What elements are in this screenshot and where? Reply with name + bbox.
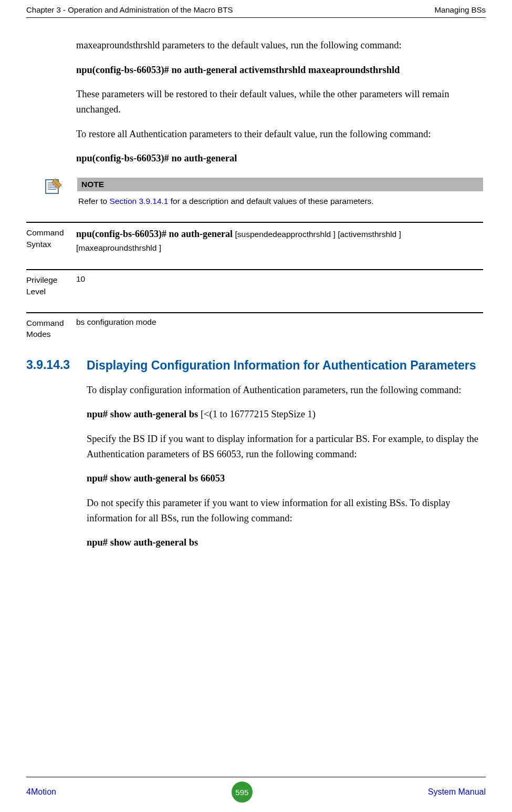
cmd-bold: npu# show auth-general bs [87,409,201,419]
page-number: 595 [235,788,248,797]
syntax-bold: npu(config-bs-66053)# no auth-general [76,229,235,239]
note-icon [45,178,62,196]
body-block-2: To display configuration information of … [87,383,483,550]
command-modes-row: Command Modes bs configuration mode [26,312,483,340]
section-number: 3.9.14.3 [26,358,87,373]
command-text: npu(config-bs-66053)# no auth-general ac… [76,63,483,78]
page-header: Chapter 3 - Operation and Administration… [26,0,486,18]
section-header: 3.9.14.3 Displaying Configuration Inform… [26,358,486,373]
row-value: 10 [76,274,483,297]
row-label: Command Modes [26,317,76,340]
command-text: npu# show auth-general bs 66053 [87,471,483,486]
note-text-pre: Refer to [78,197,109,205]
privilege-level-row: Privilege Level 10 [26,269,483,297]
paragraph: maxeaproundsthrshld parameters to the de… [76,38,483,53]
paragraph: To display configuration information of … [87,383,483,398]
paragraph: Do not specify this parameter if you wan… [87,496,483,526]
row-label: Command Syntax [26,227,76,254]
note-body: Refer to Section 3.9.14.1 for a descript… [77,191,483,207]
section-title: Displaying Configuration Information for… [87,358,486,373]
row-value: bs configuration mode [76,317,483,340]
paragraph: These parameters will be restored to the… [76,87,483,117]
note-content: NOTE Refer to Section 3.9.14.1 for a des… [77,178,483,207]
command-text: npu# show auth-general bs [87,535,483,550]
command-text: npu# show auth-general bs [<(1 to 167772… [87,407,483,422]
paragraph: To restore all Authentication parameters… [76,127,483,142]
row-label: Privilege Level [26,274,76,297]
cmd-args: [<(1 to 16777215 StepSize 1) [201,409,316,419]
note-text-post: for a description and default values of … [168,197,373,205]
section-link[interactable]: Section 3.9.14.1 [109,197,168,205]
page: Chapter 3 - Operation and Administration… [0,0,512,812]
footer-right: System Manual [428,787,486,797]
note-header: NOTE [77,178,483,191]
header-right: Managing BSs [434,5,486,14]
body-block-1: maxeaproundsthrshld parameters to the de… [76,38,483,166]
row-value: npu(config-bs-66053)# no auth-general [s… [76,227,483,254]
paragraph: Specify the BS ID if you want to display… [87,431,483,461]
page-footer: 4Motion 595 System Manual [26,777,486,803]
header-left: Chapter 3 - Operation and Administration… [26,5,233,14]
note-box: NOTE Refer to Section 3.9.14.1 for a des… [45,178,486,207]
command-syntax-row: Command Syntax npu(config-bs-66053)# no … [26,222,483,254]
command-text: npu(config-bs-66053)# no auth-general [76,151,483,166]
page-number-badge: 595 [232,782,253,803]
footer-left: 4Motion [26,787,56,797]
